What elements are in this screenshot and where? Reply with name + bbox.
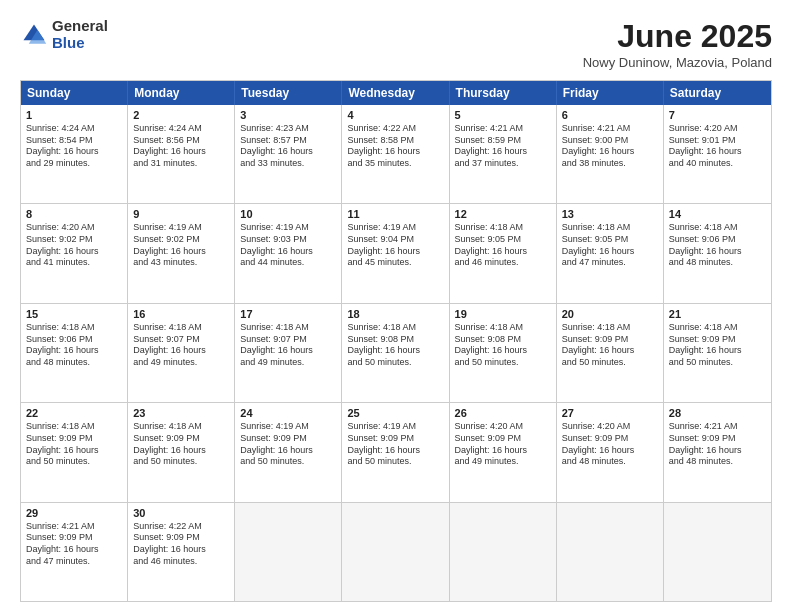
day-cell-17: 17Sunrise: 4:18 AM Sunset: 9:07 PM Dayli…: [235, 304, 342, 402]
cell-daylight-info: Sunrise: 4:20 AM Sunset: 9:02 PM Dayligh…: [26, 222, 122, 269]
day-cell-19: 19Sunrise: 4:18 AM Sunset: 9:08 PM Dayli…: [450, 304, 557, 402]
day-cell-1: 1Sunrise: 4:24 AM Sunset: 8:54 PM Daylig…: [21, 105, 128, 203]
day-cell-29: 29Sunrise: 4:21 AM Sunset: 9:09 PM Dayli…: [21, 503, 128, 601]
logo-general: General: [52, 18, 108, 35]
day-number: 5: [455, 109, 551, 121]
logo: General Blue: [20, 18, 108, 51]
cell-daylight-info: Sunrise: 4:18 AM Sunset: 9:08 PM Dayligh…: [455, 322, 551, 369]
day-number: 16: [133, 308, 229, 320]
calendar-row-1: 1Sunrise: 4:24 AM Sunset: 8:54 PM Daylig…: [21, 105, 771, 203]
day-number: 9: [133, 208, 229, 220]
day-cell-11: 11Sunrise: 4:19 AM Sunset: 9:04 PM Dayli…: [342, 204, 449, 302]
cell-daylight-info: Sunrise: 4:18 AM Sunset: 9:07 PM Dayligh…: [240, 322, 336, 369]
day-number: 3: [240, 109, 336, 121]
logo-blue: Blue: [52, 35, 108, 52]
cell-daylight-info: Sunrise: 4:20 AM Sunset: 9:09 PM Dayligh…: [562, 421, 658, 468]
cell-daylight-info: Sunrise: 4:18 AM Sunset: 9:05 PM Dayligh…: [562, 222, 658, 269]
weekday-header-saturday: Saturday: [664, 81, 771, 105]
cell-daylight-info: Sunrise: 4:20 AM Sunset: 9:09 PM Dayligh…: [455, 421, 551, 468]
weekday-header-tuesday: Tuesday: [235, 81, 342, 105]
cell-daylight-info: Sunrise: 4:20 AM Sunset: 9:01 PM Dayligh…: [669, 123, 766, 170]
header: General Blue June 2025 Nowy Duninow, Maz…: [20, 18, 772, 70]
cell-daylight-info: Sunrise: 4:18 AM Sunset: 9:08 PM Dayligh…: [347, 322, 443, 369]
weekday-header-sunday: Sunday: [21, 81, 128, 105]
cell-daylight-info: Sunrise: 4:23 AM Sunset: 8:57 PM Dayligh…: [240, 123, 336, 170]
day-number: 2: [133, 109, 229, 121]
day-number: 21: [669, 308, 766, 320]
cell-daylight-info: Sunrise: 4:19 AM Sunset: 9:03 PM Dayligh…: [240, 222, 336, 269]
cell-daylight-info: Sunrise: 4:18 AM Sunset: 9:07 PM Dayligh…: [133, 322, 229, 369]
calendar-body: 1Sunrise: 4:24 AM Sunset: 8:54 PM Daylig…: [21, 105, 771, 601]
day-number: 29: [26, 507, 122, 519]
cell-daylight-info: Sunrise: 4:19 AM Sunset: 9:04 PM Dayligh…: [347, 222, 443, 269]
day-cell-10: 10Sunrise: 4:19 AM Sunset: 9:03 PM Dayli…: [235, 204, 342, 302]
cell-daylight-info: Sunrise: 4:21 AM Sunset: 8:59 PM Dayligh…: [455, 123, 551, 170]
day-number: 22: [26, 407, 122, 419]
day-number: 28: [669, 407, 766, 419]
calendar: SundayMondayTuesdayWednesdayThursdayFrid…: [20, 80, 772, 602]
day-cell-3: 3Sunrise: 4:23 AM Sunset: 8:57 PM Daylig…: [235, 105, 342, 203]
day-number: 4: [347, 109, 443, 121]
cell-daylight-info: Sunrise: 4:18 AM Sunset: 9:05 PM Dayligh…: [455, 222, 551, 269]
day-number: 8: [26, 208, 122, 220]
cell-daylight-info: Sunrise: 4:21 AM Sunset: 9:09 PM Dayligh…: [669, 421, 766, 468]
cell-daylight-info: Sunrise: 4:18 AM Sunset: 9:09 PM Dayligh…: [133, 421, 229, 468]
cell-daylight-info: Sunrise: 4:22 AM Sunset: 8:58 PM Dayligh…: [347, 123, 443, 170]
day-cell-18: 18Sunrise: 4:18 AM Sunset: 9:08 PM Dayli…: [342, 304, 449, 402]
cell-daylight-info: Sunrise: 4:19 AM Sunset: 9:09 PM Dayligh…: [347, 421, 443, 468]
day-cell-23: 23Sunrise: 4:18 AM Sunset: 9:09 PM Dayli…: [128, 403, 235, 501]
title-month: June 2025: [583, 18, 772, 55]
day-cell-13: 13Sunrise: 4:18 AM Sunset: 9:05 PM Dayli…: [557, 204, 664, 302]
page: General Blue June 2025 Nowy Duninow, Maz…: [0, 0, 792, 612]
calendar-header: SundayMondayTuesdayWednesdayThursdayFrid…: [21, 81, 771, 105]
day-cell-21: 21Sunrise: 4:18 AM Sunset: 9:09 PM Dayli…: [664, 304, 771, 402]
cell-daylight-info: Sunrise: 4:18 AM Sunset: 9:09 PM Dayligh…: [669, 322, 766, 369]
day-cell-2: 2Sunrise: 4:24 AM Sunset: 8:56 PM Daylig…: [128, 105, 235, 203]
day-cell-16: 16Sunrise: 4:18 AM Sunset: 9:07 PM Dayli…: [128, 304, 235, 402]
day-number: 6: [562, 109, 658, 121]
logo-icon: [20, 21, 48, 49]
title-block: June 2025 Nowy Duninow, Mazovia, Poland: [583, 18, 772, 70]
day-cell-4: 4Sunrise: 4:22 AM Sunset: 8:58 PM Daylig…: [342, 105, 449, 203]
day-number: 19: [455, 308, 551, 320]
calendar-row-4: 22Sunrise: 4:18 AM Sunset: 9:09 PM Dayli…: [21, 402, 771, 501]
day-cell-24: 24Sunrise: 4:19 AM Sunset: 9:09 PM Dayli…: [235, 403, 342, 501]
day-cell-28: 28Sunrise: 4:21 AM Sunset: 9:09 PM Dayli…: [664, 403, 771, 501]
cell-daylight-info: Sunrise: 4:19 AM Sunset: 9:02 PM Dayligh…: [133, 222, 229, 269]
day-number: 1: [26, 109, 122, 121]
cell-daylight-info: Sunrise: 4:18 AM Sunset: 9:06 PM Dayligh…: [26, 322, 122, 369]
day-number: 25: [347, 407, 443, 419]
day-cell-6: 6Sunrise: 4:21 AM Sunset: 9:00 PM Daylig…: [557, 105, 664, 203]
cell-daylight-info: Sunrise: 4:18 AM Sunset: 9:09 PM Dayligh…: [26, 421, 122, 468]
calendar-row-2: 8Sunrise: 4:20 AM Sunset: 9:02 PM Daylig…: [21, 203, 771, 302]
empty-cell: [342, 503, 449, 601]
day-cell-5: 5Sunrise: 4:21 AM Sunset: 8:59 PM Daylig…: [450, 105, 557, 203]
weekday-header-friday: Friday: [557, 81, 664, 105]
logo-text: General Blue: [52, 18, 108, 51]
day-number: 18: [347, 308, 443, 320]
day-number: 24: [240, 407, 336, 419]
weekday-header-thursday: Thursday: [450, 81, 557, 105]
cell-daylight-info: Sunrise: 4:18 AM Sunset: 9:06 PM Dayligh…: [669, 222, 766, 269]
day-cell-30: 30Sunrise: 4:22 AM Sunset: 9:09 PM Dayli…: [128, 503, 235, 601]
empty-cell: [235, 503, 342, 601]
day-cell-15: 15Sunrise: 4:18 AM Sunset: 9:06 PM Dayli…: [21, 304, 128, 402]
cell-daylight-info: Sunrise: 4:19 AM Sunset: 9:09 PM Dayligh…: [240, 421, 336, 468]
cell-daylight-info: Sunrise: 4:22 AM Sunset: 9:09 PM Dayligh…: [133, 521, 229, 568]
cell-daylight-info: Sunrise: 4:21 AM Sunset: 9:09 PM Dayligh…: [26, 521, 122, 568]
cell-daylight-info: Sunrise: 4:18 AM Sunset: 9:09 PM Dayligh…: [562, 322, 658, 369]
day-number: 20: [562, 308, 658, 320]
day-cell-14: 14Sunrise: 4:18 AM Sunset: 9:06 PM Dayli…: [664, 204, 771, 302]
calendar-row-3: 15Sunrise: 4:18 AM Sunset: 9:06 PM Dayli…: [21, 303, 771, 402]
cell-daylight-info: Sunrise: 4:24 AM Sunset: 8:56 PM Dayligh…: [133, 123, 229, 170]
day-cell-25: 25Sunrise: 4:19 AM Sunset: 9:09 PM Dayli…: [342, 403, 449, 501]
day-number: 11: [347, 208, 443, 220]
day-number: 13: [562, 208, 658, 220]
day-number: 23: [133, 407, 229, 419]
cell-daylight-info: Sunrise: 4:24 AM Sunset: 8:54 PM Dayligh…: [26, 123, 122, 170]
title-location: Nowy Duninow, Mazovia, Poland: [583, 55, 772, 70]
day-number: 27: [562, 407, 658, 419]
day-number: 17: [240, 308, 336, 320]
day-cell-26: 26Sunrise: 4:20 AM Sunset: 9:09 PM Dayli…: [450, 403, 557, 501]
day-cell-22: 22Sunrise: 4:18 AM Sunset: 9:09 PM Dayli…: [21, 403, 128, 501]
